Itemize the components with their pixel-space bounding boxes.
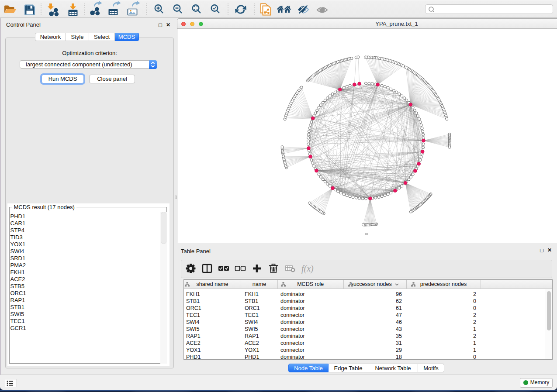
svg-text:f(x): f(x) [301,264,314,274]
